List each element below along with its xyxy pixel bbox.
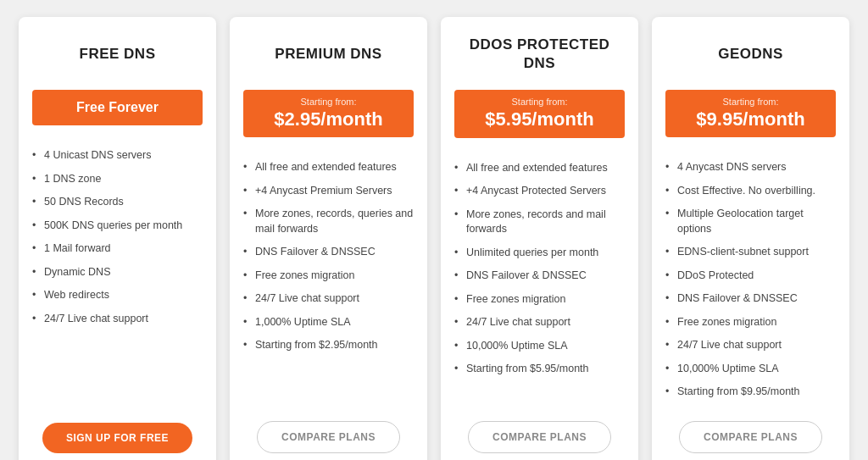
free-dns-cta-button[interactable]: SIGN UP FOR FREE bbox=[42, 423, 192, 453]
feature-item: +4 Anycast Protected Servers bbox=[454, 180, 625, 203]
ddos-dns-cta-button[interactable]: COMPARE PLANS bbox=[468, 421, 611, 453]
price-value: Free Forever bbox=[42, 100, 192, 115]
card-footer: COMPARE PLANS bbox=[441, 404, 638, 453]
feature-item: 24/7 Live chat support bbox=[454, 311, 625, 335]
price-value: $5.95/month bbox=[465, 108, 615, 130]
feature-item: Free zones migration bbox=[243, 264, 414, 288]
price-badge: Free Forever bbox=[32, 90, 203, 125]
premium-dns-cta-button[interactable]: COMPARE PLANS bbox=[257, 421, 400, 453]
feature-item: Starting from $9.95/month bbox=[665, 380, 836, 404]
price-badge: Starting from:$9.95/month bbox=[665, 90, 836, 137]
price-starting-label: Starting from: bbox=[676, 97, 826, 107]
pricing-card-geodns: GEODNSStarting from:$9.95/month4 Anycast… bbox=[652, 17, 849, 460]
feature-item: Unlimited queries per month bbox=[454, 241, 625, 265]
feature-item: DNS Failover & DNSSEC bbox=[454, 264, 625, 288]
feature-item: DNS Failover & DNSSEC bbox=[665, 287, 836, 311]
pricing-card-premium-dns: PREMIUM DNSStarting from:$2.95/monthAll … bbox=[230, 17, 427, 460]
feature-item: Dynamic DNS bbox=[32, 261, 203, 285]
pricing-container: FREE DNSFree Forever4 Unicast DNS server… bbox=[19, 17, 849, 460]
feature-item: Cost Effective. No overbilling. bbox=[665, 180, 836, 203]
feature-item: 1 Mail forward bbox=[32, 237, 203, 261]
card-title: FREE DNS bbox=[32, 36, 203, 73]
feature-item: Free zones migration bbox=[665, 311, 836, 335]
feature-item: +4 Anycast Premium Servers bbox=[243, 180, 414, 203]
feature-item: EDNS-client-subnet support bbox=[665, 241, 836, 264]
feature-item: 1,000% Uptime SLA bbox=[243, 311, 414, 335]
feature-item: More zones, records and mail forwards bbox=[454, 203, 625, 241]
feature-item: 500K DNS queries per month bbox=[32, 214, 203, 238]
feature-item: Starting from $5.95/month bbox=[454, 357, 625, 381]
features-list: 4 Unicast DNS servers1 DNS zone50 DNS Re… bbox=[19, 134, 216, 406]
price-badge: Starting from:$2.95/month bbox=[243, 90, 414, 137]
feature-item: More zones, records, queries and mail fo… bbox=[243, 202, 414, 241]
card-title: PREMIUM DNS bbox=[243, 36, 414, 73]
feature-item: All free and extended features bbox=[243, 156, 414, 180]
card-title: GEODNS bbox=[665, 36, 836, 73]
feature-item: 1 DNS zone bbox=[32, 168, 203, 191]
feature-item: 10,000% Uptime SLA bbox=[665, 357, 836, 381]
card-header: PREMIUM DNS bbox=[230, 17, 427, 81]
feature-item: 4 Anycast DNS servers bbox=[665, 156, 836, 180]
price-badge: Starting from:$5.95/month bbox=[454, 90, 625, 137]
feature-item: Multiple Geolocation target options bbox=[665, 202, 836, 241]
card-title: DDOS PROTECTED DNS bbox=[454, 36, 625, 73]
card-header: GEODNS bbox=[652, 17, 849, 81]
card-header: FREE DNS bbox=[19, 17, 216, 81]
price-starting-label: Starting from: bbox=[253, 97, 403, 107]
price-value: $2.95/month bbox=[253, 108, 403, 130]
features-list: All free and extended features+4 Anycast… bbox=[230, 146, 427, 404]
feature-item: 50 DNS Records bbox=[32, 191, 203, 214]
feature-item: 24/7 Live chat support bbox=[665, 334, 836, 357]
feature-item: Web redirects bbox=[32, 284, 203, 308]
features-list: All free and extended features+4 Anycast… bbox=[441, 147, 638, 404]
card-footer: SIGN UP FOR FREE bbox=[19, 406, 216, 453]
feature-item: All free and extended features bbox=[454, 157, 625, 180]
feature-item: DDoS Protected bbox=[665, 264, 836, 288]
feature-item: DNS Failover & DNSSEC bbox=[243, 241, 414, 264]
price-starting-label: Starting from: bbox=[465, 97, 615, 107]
feature-item: 4 Unicast DNS servers bbox=[32, 144, 203, 168]
feature-item: 10,000% Uptime SLA bbox=[454, 335, 625, 358]
feature-item: Starting from $2.95/month bbox=[243, 334, 414, 357]
feature-item: Free zones migration bbox=[454, 288, 625, 312]
feature-item: 24/7 Live chat support bbox=[243, 287, 414, 311]
card-footer: COMPARE PLANS bbox=[652, 404, 849, 453]
card-header: DDOS PROTECTED DNS bbox=[441, 17, 638, 81]
features-list: 4 Anycast DNS serversCost Effective. No … bbox=[652, 146, 849, 404]
card-footer: COMPARE PLANS bbox=[230, 404, 427, 453]
pricing-card-free-dns: FREE DNSFree Forever4 Unicast DNS server… bbox=[19, 17, 216, 460]
feature-item: 24/7 Live chat support bbox=[32, 308, 203, 331]
price-value: $9.95/month bbox=[676, 108, 826, 130]
geodns-cta-button[interactable]: COMPARE PLANS bbox=[679, 421, 822, 453]
pricing-card-ddos-dns: DDOS PROTECTED DNSStarting from:$5.95/mo… bbox=[441, 17, 638, 460]
